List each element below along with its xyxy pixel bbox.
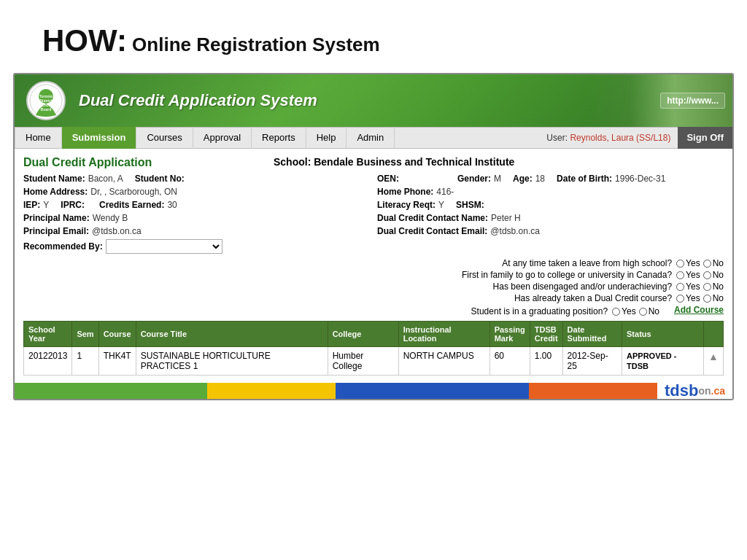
app-container: Toronto District School Board Dual Credi… [13,73,734,400]
nav-submission[interactable]: Submission [62,127,137,149]
question-row-3: Has been disengaged and/or underachievin… [23,281,724,292]
question-4-options: Yes No [676,293,724,303]
recommended-by-select[interactable] [106,239,222,254]
page-heading: HOW: Online Registration System [20,10,727,67]
question-5-text: Student is in a graduating position? [471,306,608,316]
nav-help[interactable]: Help [306,127,347,149]
student-name-val: Bacon, A [88,174,123,184]
student-info-grid: Student Name: Bacon, A Student No: OEN: … [23,174,724,254]
tdsb-logo: Toronto District School Board [26,81,66,120]
nav-home[interactable]: Home [15,127,62,149]
q1-no[interactable]: No [703,258,724,268]
row-scroll[interactable]: ▲ [704,347,724,376]
row-passing-mark: 60 [489,347,530,376]
footer-blue [336,383,528,399]
nav-reports[interactable]: Reports [252,127,306,149]
navbar: Home Submission Courses Approval Reports… [15,127,732,149]
col-course: Course [98,322,136,347]
questions-section: At any time taken a leave from high scho… [23,258,724,318]
row-course-title: SUSTAINABLE HORTICULTURE PRACTICES 1 [136,347,328,376]
user-name-link[interactable]: Reynolds, Laura (SS/L18) [570,133,670,143]
iprc-label: IPRC: [61,200,85,210]
row-status: APPROVED - TDSB [622,347,704,376]
home-addr-label: Home Address: [23,187,88,197]
col-location: Instructional Location [398,322,489,347]
user-label: User: [546,133,568,143]
school-header: School: Bendale Business and Technical I… [152,156,636,168]
question-row-2: First in family to go to college or univ… [23,270,724,280]
app-banner: Toronto District School Board Dual Credi… [15,74,732,127]
col-college: College [328,322,398,347]
principal-name-val: Wendy B [93,213,128,223]
q4-yes[interactable]: Yes [676,293,700,303]
col-sem: Sem [72,322,98,347]
col-passing-mark: PassingMark [489,322,530,347]
principal-email-label: Principal Email: [23,226,89,236]
course-table: SchoolYear Sem Course Course Title Colle… [23,321,724,376]
question-3-options: Yes No [676,281,724,292]
q1-yes[interactable]: Yes [676,258,700,268]
title-how: HOW: [42,23,127,58]
footer-tdsb: tdsb [665,381,698,400]
footer-green [15,383,207,399]
footer-logo: tdsbon.ca [657,383,732,399]
q5-no[interactable]: No [639,306,659,316]
nav-courses[interactable]: Courses [136,127,193,149]
age-val: 18 [535,174,545,184]
principal-name-label: Principal Name: [23,213,90,223]
nav-admin[interactable]: Admin [347,127,395,149]
col-course-title: Course Title [136,322,328,347]
recommended-label: Recommended By: [23,241,103,252]
q3-yes[interactable]: Yes [676,281,700,292]
sign-off-button[interactable]: Sign Off [678,127,732,149]
q2-yes[interactable]: Yes [676,270,700,280]
student-name-label: Student Name: [23,174,85,184]
dc-email-val: @tdsb.on.ca [490,226,540,236]
dob-val: 1996-Dec-31 [615,174,665,184]
nav-user-info: User: Reynolds, Laura (SS/L18) [539,133,678,143]
main-content: Dual Credit Application School: Bendale … [15,149,732,381]
question-row-4: Has already taken a Dual Credit course? … [23,293,724,303]
banner-right-decoration: http://www... [587,74,732,127]
title-sub: Online Registration System [127,34,380,55]
dc-email-label: Dual Credit Contact Email: [377,226,487,236]
add-course-link[interactable]: Add Course [674,305,724,315]
question-row-5: Student is in a graduating position? Yes… [23,305,724,318]
dc-contact-label: Dual Credit Contact Name: [377,213,488,223]
credits-label: Credits Earned: [99,200,164,210]
literacy-label: Literacy Reqt: [377,200,436,210]
row-location: NORTH CAMPUS [398,347,489,376]
section-title: Dual Credit Application [23,156,152,169]
footer-on: on [698,385,711,397]
principal-email-val: @tdsb.on.ca [92,226,142,236]
gender-val: M [494,174,501,184]
age-label: Age: [513,174,533,184]
q4-no[interactable]: No [703,293,724,303]
row-course: THK4T [98,347,136,376]
home-phone-label: Home Phone: [377,187,433,197]
table-row: 20122013 1 THK4T SUSTAINABLE HORTICULTUR… [24,347,724,376]
question-4-text: Has already taken a Dual Credit course? [514,293,672,303]
footer-yellow [207,383,336,399]
col-scroll [704,322,724,347]
q2-no[interactable]: No [703,270,724,280]
question-1-text: At any time taken a leave from high scho… [502,258,672,268]
col-school-year: SchoolYear [24,322,72,347]
home-addr-val: Dr, , Scarborough, ON [90,187,177,197]
banner-title: Dual Credit Application System [79,91,317,110]
iep-label: IEP: [23,200,40,210]
svg-text:Board: Board [41,107,51,112]
iep-val: Y [43,200,49,210]
http-badge: http://www... [660,93,725,109]
col-status: Status [622,322,704,347]
question-5-options: Yes No [612,306,659,316]
q5-yes[interactable]: Yes [612,306,636,316]
shsm-label: SHSM: [456,200,484,210]
nav-approval[interactable]: Approval [193,127,252,149]
footer-orange [529,383,657,399]
q3-no[interactable]: No [703,281,724,292]
dc-contact-val: Peter H [491,213,521,223]
row-tdsb-credit: 1.00 [530,347,562,376]
row-school-year: 20122013 [24,347,72,376]
question-row-1: At any time taken a leave from high scho… [23,258,724,268]
